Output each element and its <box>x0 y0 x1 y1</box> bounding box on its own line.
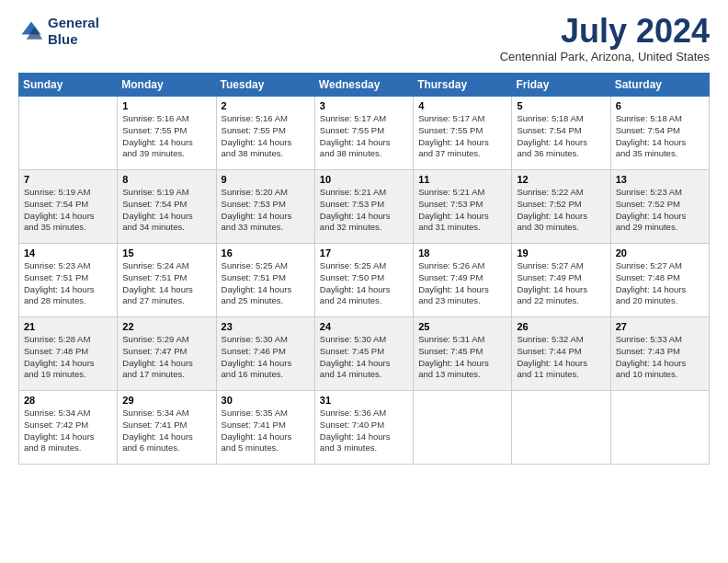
calendar-day-cell: 16Sunrise: 5:25 AMSunset: 7:51 PMDayligh… <box>216 244 314 317</box>
calendar-day-cell: 30Sunrise: 5:35 AMSunset: 7:41 PMDayligh… <box>216 391 314 465</box>
logo-text: General Blue <box>48 15 99 48</box>
calendar-day-cell: 15Sunrise: 5:24 AMSunset: 7:51 PMDayligh… <box>118 244 216 317</box>
day-number: 1 <box>122 100 210 111</box>
day-number: 22 <box>122 321 210 332</box>
calendar-day-cell: 25Sunrise: 5:31 AMSunset: 7:45 PMDayligh… <box>414 317 512 391</box>
day-info: Sunrise: 5:34 AMSunset: 7:41 PMDaylight:… <box>122 408 210 454</box>
day-number: 2 <box>222 100 310 111</box>
day-of-week-header: Tuesday <box>216 74 314 97</box>
location: Centennial Park, Arizona, United States <box>500 50 710 63</box>
calendar-day-cell: 24Sunrise: 5:30 AMSunset: 7:45 PMDayligh… <box>314 317 413 391</box>
day-number: 21 <box>24 321 112 332</box>
day-info: Sunrise: 5:36 AMSunset: 7:40 PMDaylight:… <box>320 408 408 454</box>
calendar-day-cell: 27Sunrise: 5:33 AMSunset: 7:43 PMDayligh… <box>610 317 709 391</box>
day-info: Sunrise: 5:35 AMSunset: 7:41 PMDaylight:… <box>222 408 310 454</box>
calendar-week-row: 14Sunrise: 5:23 AMSunset: 7:51 PMDayligh… <box>19 244 710 317</box>
day-number: 17 <box>320 247 408 259</box>
day-number: 30 <box>222 395 310 406</box>
calendar-header-row: SundayMondayTuesdayWednesdayThursdayFrid… <box>19 74 710 97</box>
calendar-day-cell: 31Sunrise: 5:36 AMSunset: 7:40 PMDayligh… <box>314 391 413 465</box>
calendar-day-cell: 1Sunrise: 5:16 AMSunset: 7:55 PMDaylight… <box>118 97 216 170</box>
day-info: Sunrise: 5:21 AMSunset: 7:53 PMDaylight:… <box>418 187 506 234</box>
day-info: Sunrise: 5:34 AMSunset: 7:42 PMDaylight:… <box>24 408 112 454</box>
calendar-day-cell: 4Sunrise: 5:17 AMSunset: 7:55 PMDaylight… <box>414 97 512 170</box>
calendar-day-cell: 20Sunrise: 5:27 AMSunset: 7:48 PMDayligh… <box>610 244 709 317</box>
calendar-day-cell: 14Sunrise: 5:23 AMSunset: 7:51 PMDayligh… <box>19 244 118 317</box>
day-number: 28 <box>24 395 112 406</box>
day-info: Sunrise: 5:24 AMSunset: 7:51 PMDaylight:… <box>122 260 210 307</box>
day-number: 18 <box>418 247 506 259</box>
day-of-week-header: Wednesday <box>314 74 413 97</box>
logo: General Blue <box>18 15 99 48</box>
day-number: 14 <box>24 247 112 259</box>
day-info: Sunrise: 5:27 AMSunset: 7:49 PMDaylight:… <box>517 260 605 307</box>
header: General Blue July 2024 Centennial Park, … <box>18 15 710 63</box>
day-of-week-header: Thursday <box>414 74 512 97</box>
logo-icon <box>18 18 44 44</box>
calendar-day-cell: 2Sunrise: 5:16 AMSunset: 7:55 PMDaylight… <box>216 97 314 170</box>
calendar-week-row: 7Sunrise: 5:19 AMSunset: 7:54 PMDaylight… <box>19 170 710 244</box>
day-number: 24 <box>320 321 408 332</box>
day-info: Sunrise: 5:33 AMSunset: 7:43 PMDaylight:… <box>616 334 704 381</box>
calendar-day-cell <box>512 391 610 465</box>
day-info: Sunrise: 5:29 AMSunset: 7:47 PMDaylight:… <box>122 334 210 381</box>
calendar-day-cell: 11Sunrise: 5:21 AMSunset: 7:53 PMDayligh… <box>414 170 512 244</box>
day-info: Sunrise: 5:19 AMSunset: 7:54 PMDaylight:… <box>122 187 210 234</box>
day-info: Sunrise: 5:22 AMSunset: 7:52 PMDaylight:… <box>517 187 605 234</box>
day-of-week-header: Saturday <box>610 74 709 97</box>
day-of-week-header: Monday <box>118 74 216 97</box>
day-number: 5 <box>517 100 605 111</box>
calendar-day-cell: 5Sunrise: 5:18 AMSunset: 7:54 PMDaylight… <box>512 97 610 170</box>
calendar-day-cell: 10Sunrise: 5:21 AMSunset: 7:53 PMDayligh… <box>314 170 413 244</box>
day-info: Sunrise: 5:21 AMSunset: 7:53 PMDaylight:… <box>320 187 408 234</box>
calendar-day-cell: 26Sunrise: 5:32 AMSunset: 7:44 PMDayligh… <box>512 317 610 391</box>
calendar-day-cell: 6Sunrise: 5:18 AMSunset: 7:54 PMDaylight… <box>610 97 709 170</box>
calendar-day-cell: 8Sunrise: 5:19 AMSunset: 7:54 PMDaylight… <box>118 170 216 244</box>
day-info: Sunrise: 5:25 AMSunset: 7:51 PMDaylight:… <box>222 260 310 307</box>
day-of-week-header: Sunday <box>19 74 118 97</box>
day-number: 23 <box>222 321 310 332</box>
calendar-day-cell: 12Sunrise: 5:22 AMSunset: 7:52 PMDayligh… <box>512 170 610 244</box>
day-info: Sunrise: 5:17 AMSunset: 7:55 PMDaylight:… <box>320 113 408 160</box>
day-number: 19 <box>517 247 605 259</box>
calendar-day-cell: 18Sunrise: 5:26 AMSunset: 7:49 PMDayligh… <box>414 244 512 317</box>
day-number: 3 <box>320 100 408 111</box>
day-info: Sunrise: 5:23 AMSunset: 7:52 PMDaylight:… <box>616 187 704 234</box>
calendar-week-row: 28Sunrise: 5:34 AMSunset: 7:42 PMDayligh… <box>19 391 710 465</box>
calendar-day-cell: 17Sunrise: 5:25 AMSunset: 7:50 PMDayligh… <box>314 244 413 317</box>
day-number: 4 <box>418 100 506 111</box>
day-number: 31 <box>320 395 408 406</box>
day-info: Sunrise: 5:23 AMSunset: 7:51 PMDaylight:… <box>24 260 112 307</box>
calendar-day-cell: 22Sunrise: 5:29 AMSunset: 7:47 PMDayligh… <box>118 317 216 391</box>
day-number: 12 <box>517 174 605 185</box>
title-block: July 2024 Centennial Park, Arizona, Unit… <box>500 15 710 63</box>
day-info: Sunrise: 5:30 AMSunset: 7:46 PMDaylight:… <box>222 334 310 381</box>
day-number: 25 <box>418 321 506 332</box>
day-info: Sunrise: 5:31 AMSunset: 7:45 PMDaylight:… <box>418 334 506 381</box>
calendar-day-cell: 9Sunrise: 5:20 AMSunset: 7:53 PMDaylight… <box>216 170 314 244</box>
calendar-day-cell: 19Sunrise: 5:27 AMSunset: 7:49 PMDayligh… <box>512 244 610 317</box>
day-number: 26 <box>517 321 605 332</box>
day-number: 11 <box>418 174 506 185</box>
calendar-day-cell: 29Sunrise: 5:34 AMSunset: 7:41 PMDayligh… <box>118 391 216 465</box>
calendar-day-cell: 21Sunrise: 5:28 AMSunset: 7:48 PMDayligh… <box>19 317 118 391</box>
day-info: Sunrise: 5:27 AMSunset: 7:48 PMDaylight:… <box>616 260 704 307</box>
calendar-day-cell <box>610 391 709 465</box>
day-info: Sunrise: 5:25 AMSunset: 7:50 PMDaylight:… <box>320 260 408 307</box>
calendar-day-cell: 28Sunrise: 5:34 AMSunset: 7:42 PMDayligh… <box>19 391 118 465</box>
day-info: Sunrise: 5:17 AMSunset: 7:55 PMDaylight:… <box>418 113 506 160</box>
day-info: Sunrise: 5:18 AMSunset: 7:54 PMDaylight:… <box>616 113 704 160</box>
calendar-week-row: 21Sunrise: 5:28 AMSunset: 7:48 PMDayligh… <box>19 317 710 391</box>
calendar-week-row: 1Sunrise: 5:16 AMSunset: 7:55 PMDaylight… <box>19 97 710 170</box>
day-info: Sunrise: 5:20 AMSunset: 7:53 PMDaylight:… <box>222 187 310 234</box>
day-number: 29 <box>122 395 210 406</box>
day-info: Sunrise: 5:16 AMSunset: 7:55 PMDaylight:… <box>222 113 310 160</box>
calendar-day-cell: 23Sunrise: 5:30 AMSunset: 7:46 PMDayligh… <box>216 317 314 391</box>
day-info: Sunrise: 5:19 AMSunset: 7:54 PMDaylight:… <box>24 187 112 234</box>
day-info: Sunrise: 5:26 AMSunset: 7:49 PMDaylight:… <box>418 260 506 307</box>
day-of-week-header: Friday <box>512 74 610 97</box>
calendar-day-cell: 3Sunrise: 5:17 AMSunset: 7:55 PMDaylight… <box>314 97 413 170</box>
day-number: 15 <box>122 247 210 259</box>
day-number: 10 <box>320 174 408 185</box>
day-number: 20 <box>616 247 704 259</box>
